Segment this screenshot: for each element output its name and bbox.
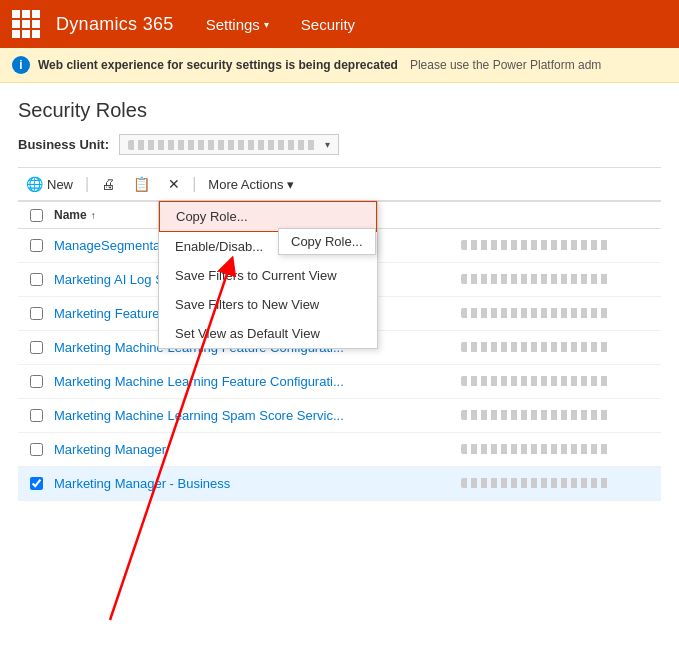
business-unit-select[interactable]: ▾ [119, 134, 339, 155]
row-value-col [461, 408, 661, 423]
more-actions-dropdown: Copy Role... Enable/Disab... Save Filter… [158, 200, 378, 349]
top-nav-bar: Dynamics 365 Settings ▾ Security [0, 0, 679, 48]
row-select-checkbox[interactable] [30, 341, 43, 354]
row-select-checkbox[interactable] [30, 409, 43, 422]
page-content: Security Roles Business Unit: ▾ 🌐 New | … [0, 83, 679, 501]
row-name-link[interactable]: Marketing Machine Learning Feature Confi… [54, 374, 461, 389]
more-actions-arrow-icon: ▾ [287, 177, 294, 192]
copy-role-tooltip-label: Copy Role... [291, 234, 363, 249]
row-value-col [461, 306, 661, 321]
settings-nav[interactable]: Settings ▾ [206, 16, 269, 33]
row-value-col [461, 238, 661, 253]
table-row: Marketing Manager - Business [18, 467, 661, 501]
name-header-label: Name [54, 208, 87, 222]
row-select-checkbox[interactable] [30, 273, 43, 286]
print-button[interactable]: 🖨 [93, 172, 123, 196]
set-view-default-label: Set View as Default View [175, 326, 320, 341]
row-value-col [461, 340, 661, 355]
waffle-menu[interactable] [12, 10, 40, 38]
sort-icon: ↑ [91, 210, 96, 221]
blurred-value [461, 342, 611, 352]
blurred-value [461, 274, 611, 284]
warning-sub-text: Please use the Power Platform adm [410, 58, 601, 72]
row-name-link[interactable]: Marketing Manager [54, 442, 461, 457]
blurred-value [461, 410, 611, 420]
app-title: Dynamics 365 [56, 14, 174, 35]
row-select-checkbox[interactable] [30, 239, 43, 252]
row-name-link[interactable]: Marketing Machine Learning Spam Score Se… [54, 408, 461, 423]
warning-main-text: Web client experience for security setti… [38, 58, 398, 72]
warning-banner: i Web client experience for security set… [0, 48, 679, 83]
business-unit-row: Business Unit: ▾ [18, 134, 661, 155]
delete-icon: ✕ [168, 176, 180, 192]
row-checkbox-col [18, 375, 54, 388]
more-actions-button[interactable]: More Actions ▾ [200, 173, 302, 196]
row-checkbox-col [18, 307, 54, 320]
row-checkbox-col [18, 477, 54, 490]
toolbar-separator-2: | [192, 175, 196, 193]
table-row: Marketing Machine Learning Feature Confi… [18, 365, 661, 399]
row-value-col [461, 272, 661, 287]
save-filters-new-label: Save Filters to New View [175, 297, 319, 312]
select-all-checkbox[interactable] [30, 209, 43, 222]
row-value-col [461, 442, 661, 457]
row-name-link[interactable]: Marketing Manager - Business [54, 476, 461, 491]
row-value-col [461, 476, 661, 491]
more-actions-label: More Actions [208, 177, 283, 192]
row-checkbox-col [18, 409, 54, 422]
delete-button[interactable]: ✕ [160, 172, 188, 196]
settings-label: Settings [206, 16, 260, 33]
blurred-value [461, 478, 611, 488]
print-icon: 🖨 [101, 176, 115, 192]
new-label: New [47, 177, 73, 192]
blurred-value [461, 308, 611, 318]
set-view-default-menu-item[interactable]: Set View as Default View [159, 319, 377, 348]
blurred-value [461, 240, 611, 250]
page-title: Security Roles [18, 99, 661, 122]
table-row: Marketing Manager [18, 433, 661, 467]
row-checkbox-col [18, 239, 54, 252]
row-select-checkbox[interactable] [30, 375, 43, 388]
blurred-value [461, 444, 611, 454]
business-unit-label: Business Unit: [18, 137, 109, 152]
settings-chevron-icon: ▾ [264, 19, 269, 30]
new-button[interactable]: 🌐 New [18, 172, 81, 196]
row-value-col [461, 374, 661, 389]
header-checkbox-col [18, 209, 54, 222]
business-unit-value [128, 140, 317, 150]
edit-button[interactable]: 📋 [125, 172, 158, 196]
save-filters-new-menu-item[interactable]: Save Filters to New View [159, 290, 377, 319]
copy-role-tooltip: Copy Role... [278, 228, 376, 255]
row-checkbox-col [18, 443, 54, 456]
save-filters-current-label: Save Filters to Current View [175, 268, 337, 283]
enable-disable-label: Enable/Disab... [175, 239, 263, 254]
toolbar: 🌐 New | 🖨 📋 ✕ | More Actions ▾ Copy Role… [18, 167, 661, 201]
info-icon: i [12, 56, 30, 74]
dropdown-arrow-icon: ▾ [325, 139, 330, 150]
toolbar-separator-1: | [85, 175, 89, 193]
blurred-value [461, 376, 611, 386]
save-filters-current-menu-item[interactable]: Save Filters to Current View [159, 261, 377, 290]
security-nav-label: Security [301, 16, 355, 33]
row-select-checkbox[interactable] [30, 307, 43, 320]
edit-icon: 📋 [133, 176, 150, 192]
row-checkbox-col [18, 341, 54, 354]
row-checkbox-col [18, 273, 54, 286]
row-select-checkbox[interactable] [30, 477, 43, 490]
copy-role-label: Copy Role... [176, 209, 248, 224]
new-icon: 🌐 [26, 176, 43, 192]
row-select-checkbox[interactable] [30, 443, 43, 456]
table-row: Marketing Machine Learning Spam Score Se… [18, 399, 661, 433]
